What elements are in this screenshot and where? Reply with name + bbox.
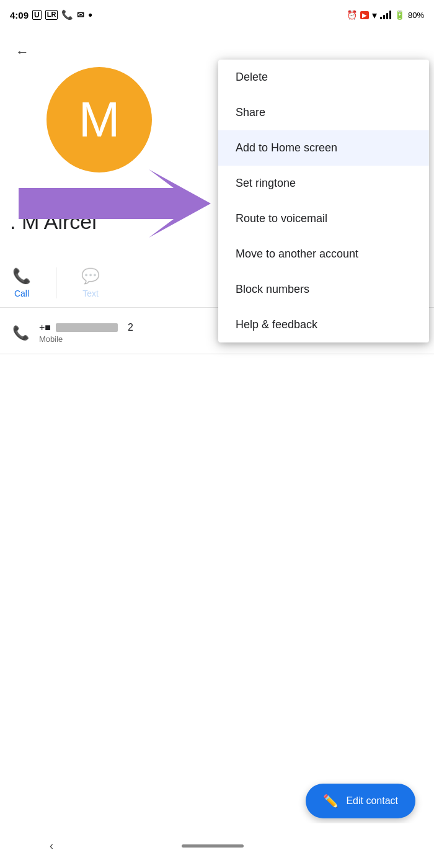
battery-percent: 80% <box>408 11 424 20</box>
phone-prefix: +■ <box>39 322 51 333</box>
action-divider-vertical <box>56 267 56 298</box>
dot-status-icon: • <box>88 9 92 22</box>
svg-marker-0 <box>19 169 211 238</box>
menu-item-share[interactable]: Share <box>218 95 429 130</box>
avatar-initial: M <box>79 91 120 148</box>
menu-item-voicemail[interactable]: Route to voicemail <box>218 201 429 236</box>
phone-details: +■ 2 Mobile <box>39 322 133 344</box>
phone-count: 2 <box>128 322 133 333</box>
text-button[interactable]: 💬 Text <box>81 267 100 298</box>
text-icon: 💬 <box>81 267 100 285</box>
battery-icon: 🔋 <box>394 10 405 20</box>
phone-type: Mobile <box>39 334 133 344</box>
wifi-icon: ▾ <box>372 9 377 21</box>
alarm-icon: ⏰ <box>347 10 357 20</box>
bottom-nav: ‹ <box>0 823 434 868</box>
phone-number-blurred <box>56 323 118 332</box>
nav-home-bar[interactable] <box>182 844 244 848</box>
back-button[interactable]: ← <box>10 40 35 65</box>
text-label: Text <box>82 289 99 298</box>
signal-icon <box>380 11 391 19</box>
edit-contact-fab[interactable]: ✏️ Edit contact <box>306 784 415 818</box>
menu-item-delete[interactable]: Delete <box>218 60 429 95</box>
status-bar: 4:09 U LR 📞 ✉ • ⏰ ▶ ▾ 🔋 80% <box>0 0 434 30</box>
status-right: ⏰ ▶ ▾ 🔋 80% <box>347 9 424 21</box>
menu-item-help[interactable]: Help & feedback <box>218 307 429 342</box>
phone-number: +■ 2 <box>39 322 133 333</box>
menu-item-ringtone[interactable]: Set ringtone <box>218 166 429 201</box>
menu-item-add-home[interactable]: Add to Home screen <box>218 130 429 166</box>
call-button[interactable]: 📞 Call <box>12 267 31 298</box>
mail-status-icon: ✉ <box>77 10 84 20</box>
menu-item-block[interactable]: Block numbers <box>218 272 429 307</box>
nav-back-button[interactable]: ‹ <box>50 839 53 852</box>
back-arrow-icon: ← <box>16 44 29 60</box>
cast-icon: ▶ <box>360 11 369 19</box>
status-time: 4:09 <box>10 10 29 20</box>
avatar: M <box>46 67 152 172</box>
status-icon-lr: LR <box>45 10 58 19</box>
main-content: ← M . M Aircel 📞 Call 💬 Text 📞 +■ 2 <box>0 30 434 868</box>
pointer-arrow <box>19 166 217 241</box>
menu-item-move-account[interactable]: Move to another account <box>218 236 429 272</box>
dropdown-menu: Delete Share Add to Home screen Set ring… <box>218 60 429 342</box>
status-left: 4:09 U LR 📞 ✉ • <box>10 9 92 22</box>
phone-row-icon: 📞 <box>12 325 29 341</box>
call-status-icon: 📞 <box>61 9 73 20</box>
call-label: Call <box>14 289 29 298</box>
status-icon-u: U <box>32 10 42 20</box>
call-icon: 📞 <box>12 267 31 285</box>
edit-icon: ✏️ <box>323 794 339 808</box>
edit-fab-label: Edit contact <box>346 795 398 807</box>
